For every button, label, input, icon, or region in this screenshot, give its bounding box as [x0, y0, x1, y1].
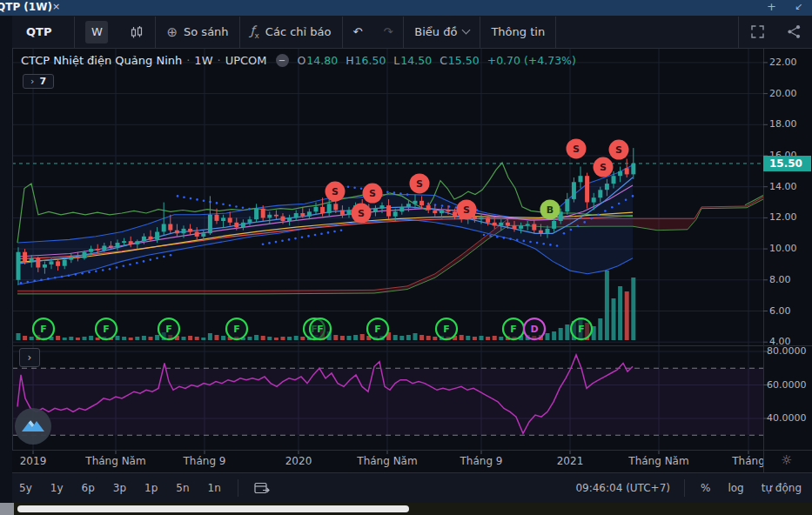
time-label: Tháng Năm [628, 455, 688, 467]
time-label: 2020 [285, 455, 312, 467]
svg-text:F: F [374, 324, 381, 335]
svg-text:F: F [443, 324, 450, 335]
time-label: Tháng [732, 455, 763, 467]
symbol-description[interactable]: CTCP Nhiệt điện Quảng Ninh [21, 54, 182, 67]
svg-text:F: F [578, 324, 585, 335]
symbol-label: QTP [26, 25, 51, 38]
f-flag-marker[interactable]: F [310, 318, 331, 339]
svg-text:S: S [463, 204, 470, 216]
chart-menu-button[interactable]: Biểu đồ [404, 17, 480, 48]
legend-interval: 1W [194, 54, 212, 67]
rsi-tick: 60.0000 [767, 379, 807, 391]
svg-text:F: F [317, 324, 324, 335]
open-label: O [298, 54, 306, 67]
rsi-tick: 40.0000 [767, 412, 807, 424]
range-3m[interactable]: 3p [111, 481, 128, 495]
hide-series-icon[interactable]: − [276, 54, 289, 67]
f-flag-marker[interactable]: F [571, 318, 592, 339]
range-1y[interactable]: 1y [49, 481, 65, 495]
svg-text:S: S [369, 188, 376, 199]
info-button[interactable]: Thông tin [480, 17, 555, 48]
rsi-pane-expand-button[interactable]: › [19, 348, 40, 367]
indicator-count: 7 [39, 76, 46, 87]
close-label: C [440, 54, 447, 67]
sell-marker[interactable]: S [325, 182, 346, 202]
expand-arrow-icon: › [30, 76, 34, 87]
range-group: 5y 1y 6p 3p 1p 5n 1n [17, 479, 271, 497]
log-scale-button[interactable]: log [726, 481, 745, 495]
time-axis[interactable]: 2019Tháng NămTháng 92020Tháng NămTháng 9… [0, 451, 763, 472]
divider [684, 479, 685, 497]
axis-settings-sun-icon[interactable]: ☼ [781, 452, 792, 468]
f-flag-marker[interactable]: F [226, 318, 247, 339]
f-flag-marker[interactable]: F [33, 318, 54, 339]
symbol-button[interactable]: QTP [12, 17, 74, 48]
new-tab-icon[interactable]: + [767, 0, 776, 13]
clock-readout[interactable]: 09:46:04 (UTC+7) [575, 482, 670, 494]
time-label: Tháng 9 [460, 455, 503, 467]
redo-button[interactable]: ↷ [372, 17, 403, 48]
sell-marker[interactable]: S [594, 157, 614, 177]
range-5d[interactable]: 5n [174, 481, 191, 495]
sell-marker[interactable]: S [352, 204, 372, 224]
bottom-toolbar: 5y 1y 6p 3p 1p 5n 1n 09:46:04 (UTC+7) % … [0, 473, 812, 503]
fx-icon: ƒx [251, 23, 259, 40]
range-1m[interactable]: 1p [143, 481, 159, 495]
f-flag-marker[interactable]: F [503, 318, 524, 339]
chart-canvas[interactable]: SSSSSSSSBFFFFFFFFFFD [0, 0, 812, 515]
go-to-date-icon[interactable] [253, 480, 271, 496]
chevron-down-icon [462, 26, 471, 35]
low-value: 14.50 [400, 54, 432, 67]
time-label: Tháng Năm [357, 455, 417, 467]
indicators-expand-button[interactable]: › 7 [23, 74, 54, 89]
sell-marker[interactable]: S [609, 140, 629, 160]
redo-icon: ↷ [383, 25, 393, 38]
toolbar-divider [555, 17, 556, 48]
undo-button[interactable]: ↶ [343, 17, 373, 48]
expand-arrow-icon: › [28, 351, 32, 364]
ohlc-values: O14.80 H16.50 L14.50 C15.50 +0.70 (+4.73… [298, 54, 576, 67]
f-flag-marker[interactable]: F [367, 318, 388, 339]
indicators-button[interactable]: ƒx Các chỉ báo [240, 17, 342, 48]
high-label: H [346, 54, 353, 67]
legend-separator: · [186, 54, 190, 67]
compare-button[interactable]: ⊕ So sánh [156, 17, 238, 48]
auto-scale-button[interactable]: tự động [760, 481, 803, 495]
left-edge-strip [0, 16, 12, 503]
high-value: 16.50 [355, 54, 386, 67]
horizontal-scrollbar[interactable] [17, 505, 409, 512]
chart-style-button[interactable] [118, 17, 155, 48]
percent-scale-button[interactable]: % [699, 481, 712, 495]
sell-marker[interactable]: S [567, 138, 587, 158]
f-flag-marker[interactable]: F [96, 318, 117, 339]
time-label: 2019 [20, 455, 47, 467]
f-flag-marker[interactable]: F [436, 318, 457, 339]
collapse-window-icon[interactable]: ↙ [795, 1, 802, 12]
sell-marker[interactable]: S [457, 199, 477, 219]
window-bottom-strip [0, 503, 812, 515]
rsi-axis[interactable]: 80.000060.000040.0000 [767, 0, 812, 451]
time-label: Tháng Năm [85, 455, 145, 467]
svg-text:F: F [103, 324, 110, 335]
buy-marker[interactable]: B [540, 199, 560, 219]
d-flag-marker[interactable]: D [524, 318, 545, 339]
f-flag-marker[interactable]: F [158, 318, 179, 339]
time-label: 2021 [557, 455, 584, 467]
scroll-corner[interactable] [0, 503, 14, 515]
range-1d[interactable]: 1n [206, 481, 223, 495]
svg-text:D: D [530, 324, 538, 335]
range-5y[interactable]: 5y [17, 481, 34, 495]
candlestick-icon [129, 24, 144, 40]
sell-marker[interactable]: S [363, 184, 383, 204]
share-button[interactable] [776, 17, 812, 48]
axis-settings-group: 09:46:04 (UTC+7) % log tự động [575, 479, 803, 497]
tab-close-icon[interactable]: × [52, 1, 60, 12]
info-label: Thông tin [491, 25, 545, 38]
interval-button[interactable]: W [75, 17, 118, 48]
range-6m[interactable]: 6p [80, 481, 97, 495]
tab-title[interactable]: QTP (1W) [0, 1, 52, 13]
sell-marker[interactable]: S [410, 173, 430, 193]
legend-separator: · [217, 54, 220, 67]
svg-text:S: S [358, 208, 365, 219]
fullscreen-button[interactable] [739, 17, 776, 48]
